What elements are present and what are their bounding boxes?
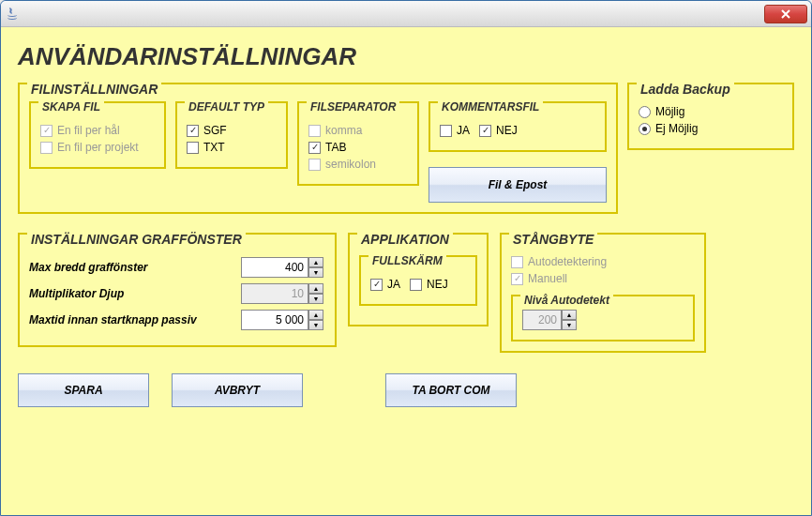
checkbox-icon xyxy=(511,256,523,268)
default-typ-label: DEFAULT TYP xyxy=(185,100,268,114)
page-title: ANVÄNDARINSTÄLLNINGAR xyxy=(18,42,794,71)
spinner-down-icon: ▼ xyxy=(562,320,577,330)
applikation-label: APPLIKATION xyxy=(357,232,453,247)
fullskarm-label: FULLSKÄRM xyxy=(368,254,446,267)
checkbox-icon xyxy=(308,159,321,171)
skapa-fil-label: SKAPA FIL xyxy=(38,100,104,114)
graffonster-label: INSTÄLLNINGAR GRAFFÖNSTER xyxy=(27,232,246,247)
niva-autodetekt-label: Nivå Autodetekt xyxy=(520,294,613,307)
filseparator-group: FILSEPARATOR komma ✓ TAB semikolon xyxy=(297,101,419,186)
content-area: ANVÄNDARINSTÄLLNINGAR FILINSTÄLLNINGAR S… xyxy=(1,27,811,515)
checkbox-icon: ✓ xyxy=(40,125,53,137)
skapa-fil-group: SKAPA FIL ✓ En fil per hål En fil per pr… xyxy=(29,101,166,169)
checkbox-icon: ✓ xyxy=(511,273,523,285)
radio-ej-mojlig[interactable]: Ej Möjlig xyxy=(639,122,783,135)
default-typ-group: DEFAULT TYP ✓ SGF TXT xyxy=(175,101,288,169)
checkbox-fullskarm-nej[interactable]: NEJ xyxy=(410,278,448,291)
radio-mojlig[interactable]: Möjlig xyxy=(639,105,783,118)
checkbox-label: NEJ xyxy=(427,278,448,291)
radio-label: Ej Möjlig xyxy=(655,122,698,135)
checkbox-label: Autodetektering xyxy=(528,255,607,268)
niva-autodetekt-group: Nivå Autodetekt ▲▼ xyxy=(511,295,695,341)
multiplikator-input xyxy=(241,283,308,304)
maxtid-input[interactable] xyxy=(241,310,308,330)
checkbox-fullskarm-ja[interactable]: ✓ JA xyxy=(370,278,400,291)
checkbox-label: komma xyxy=(325,124,362,137)
spinner-up-icon[interactable]: ▲ xyxy=(308,257,323,267)
spinner-down-icon[interactable]: ▼ xyxy=(308,320,323,330)
checkbox-icon xyxy=(40,142,53,154)
checkbox-semikolon: semikolon xyxy=(308,158,408,171)
file-settings-group: FILINSTÄLLNINGAR SKAPA FIL ✓ En fil per … xyxy=(18,83,618,214)
checkbox-icon: ✓ xyxy=(370,279,383,291)
stangbyte-group: STÅNGBYTE Autodetektering ✓ Manuell Nivå… xyxy=(500,233,706,353)
checkbox-label: JA xyxy=(387,278,400,291)
checkbox-txt[interactable]: TXT xyxy=(187,141,277,154)
app-window: ANVÄNDARINSTÄLLNINGAR FILINSTÄLLNINGAR S… xyxy=(0,0,812,516)
checkbox-label: En fil per projekt xyxy=(57,141,139,154)
checkbox-en-fil-per-projekt: En fil per projekt xyxy=(40,141,155,154)
ta-bort-com-button[interactable]: TA BORT COM xyxy=(385,373,517,407)
stangbyte-label: STÅNGBYTE xyxy=(509,232,597,247)
fullskarm-group: FULLSKÄRM ✓ JA NEJ xyxy=(359,255,477,306)
maxbredd-spinner[interactable]: ▲▼ xyxy=(241,257,325,278)
kommentarsfil-group: KOMMENTARSFIL JA ✓ NEJ xyxy=(429,101,607,152)
checkbox-label: SGF xyxy=(203,124,227,137)
ladda-backup-group: Ladda Backup Möjlig Ej Möjlig xyxy=(627,83,794,150)
checkbox-label: TXT xyxy=(203,141,225,154)
checkbox-label: JA xyxy=(457,124,470,137)
checkbox-icon xyxy=(187,142,199,154)
checkbox-sgf[interactable]: ✓ SGF xyxy=(187,124,277,137)
checkbox-label: NEJ xyxy=(496,124,518,137)
checkbox-label: semikolon xyxy=(325,158,376,171)
radio-label: Möjlig xyxy=(655,105,684,118)
checkbox-en-fil-per-hal: ✓ En fil per hål xyxy=(40,124,155,137)
checkbox-autodetektering: Autodetektering xyxy=(511,255,695,268)
checkbox-icon: ✓ xyxy=(479,125,491,137)
spinner-up-icon: ▲ xyxy=(562,310,577,320)
checkbox-label: TAB xyxy=(325,141,346,154)
file-settings-label: FILINSTÄLLNINGAR xyxy=(27,82,161,97)
niva-input xyxy=(522,310,562,330)
niva-spinner: ▲▼ xyxy=(522,310,579,330)
checkbox-kommentar-ja[interactable]: JA xyxy=(440,124,470,137)
graffonster-group: INSTÄLLNINGAR GRAFFÖNSTER Max bredd graf… xyxy=(18,233,337,347)
checkbox-kommentar-nej[interactable]: ✓ NEJ xyxy=(479,124,518,137)
avbryt-button[interactable]: AVBRYT xyxy=(172,373,303,407)
spinner-down-icon: ▼ xyxy=(308,294,323,304)
radio-icon xyxy=(639,106,651,118)
fil-epost-button[interactable]: Fil & Epost xyxy=(429,167,607,203)
checkbox-icon xyxy=(440,125,452,137)
maxtid-label: Maxtid innan startknapp passiv xyxy=(29,313,197,326)
java-icon xyxy=(5,7,20,22)
multiplikator-spinner: ▲▼ xyxy=(241,283,325,304)
spinner-down-icon[interactable]: ▼ xyxy=(308,267,323,278)
checkbox-komma: komma xyxy=(308,124,408,137)
maxbredd-input[interactable] xyxy=(241,257,308,278)
applikation-group: APPLIKATION FULLSKÄRM ✓ JA NEJ xyxy=(348,233,489,326)
checkbox-label: Manuell xyxy=(528,272,567,285)
checkbox-tab[interactable]: ✓ TAB xyxy=(308,141,408,154)
spinner-up-icon: ▲ xyxy=(308,283,323,294)
spinner-up-icon[interactable]: ▲ xyxy=(308,310,323,320)
close-button[interactable] xyxy=(764,5,807,23)
ladda-backup-label: Ladda Backup xyxy=(637,82,734,97)
checkbox-icon xyxy=(308,125,321,137)
filseparator-label: FILSEPARATOR xyxy=(307,100,399,114)
spara-button[interactable]: SPARA xyxy=(18,373,149,407)
maxtid-spinner[interactable]: ▲▼ xyxy=(241,310,325,330)
checkbox-icon: ✓ xyxy=(187,125,199,137)
checkbox-label: En fil per hål xyxy=(57,124,120,137)
checkbox-icon: ✓ xyxy=(308,142,321,154)
checkbox-manuell: ✓ Manuell xyxy=(511,272,695,285)
multiplikator-label: Multiplikator Djup xyxy=(29,287,124,300)
checkbox-icon xyxy=(410,279,422,291)
kommentarsfil-label: KOMMENTARSFIL xyxy=(438,100,543,114)
radio-icon xyxy=(639,123,651,135)
maxbredd-label: Max bredd graffönster xyxy=(29,261,147,274)
titlebar xyxy=(1,1,811,27)
